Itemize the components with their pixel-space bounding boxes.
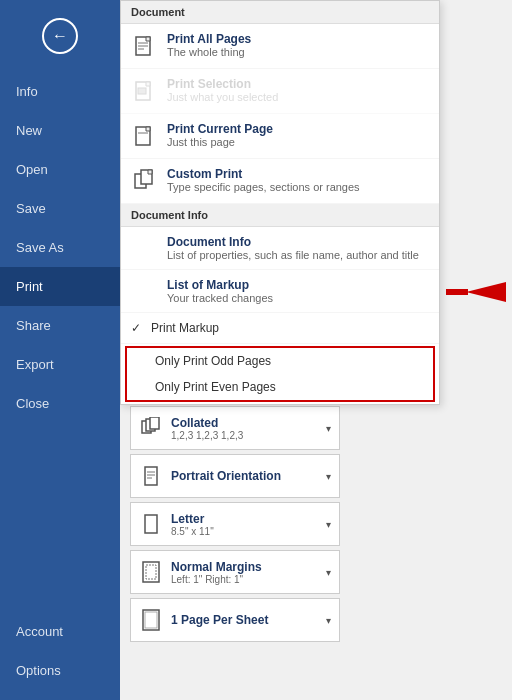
- svg-rect-27: [150, 417, 159, 429]
- print-markup-check: ✓: [131, 321, 147, 335]
- sidebar-item-new[interactable]: New: [0, 111, 120, 150]
- sidebar-item-account[interactable]: Account: [0, 612, 120, 651]
- document-info-text: Document Info List of properties, such a…: [131, 235, 429, 261]
- svg-rect-28: [145, 467, 157, 485]
- pages-per-sheet-icon: [139, 608, 163, 632]
- orientation-text: Portrait Orientation: [171, 469, 326, 483]
- sidebar-item-close[interactable]: Close: [0, 384, 120, 423]
- print-markup-item[interactable]: ✓ Print Markup: [121, 313, 439, 344]
- paper-size-icon: [139, 512, 163, 536]
- print-dropdown-panel: Document Print All Pages The whole thing: [120, 0, 440, 405]
- odd-pages-item[interactable]: Only Print Odd Pages: [127, 348, 433, 374]
- sidebar-item-export[interactable]: Export: [0, 345, 120, 384]
- svg-marker-13: [148, 170, 152, 174]
- pages-per-sheet-arrow[interactable]: ▾: [326, 615, 331, 626]
- print-all-pages-text: Print All Pages The whole thing: [167, 32, 429, 58]
- paper-size-text: Letter 8.5" x 11": [171, 512, 326, 537]
- back-button[interactable]: ←: [0, 0, 120, 72]
- svg-marker-9: [146, 127, 150, 131]
- sidebar-bottom: Account Options: [0, 612, 120, 700]
- pages-per-sheet-text: 1 Page Per Sheet: [171, 613, 326, 627]
- margins-arrow[interactable]: ▾: [326, 567, 331, 578]
- custom-print-icon: [131, 167, 159, 195]
- sidebar: ← Info New Open Save Save As Print Share…: [0, 0, 120, 700]
- collated-arrow[interactable]: ▾: [326, 423, 331, 434]
- custom-print-item[interactable]: Custom Print Type specific pages, sectio…: [121, 159, 439, 204]
- print-selection-icon: [131, 77, 159, 105]
- even-pages-item[interactable]: Only Print Even Pages: [127, 374, 433, 400]
- collated-text: Collated 1,2,3 1,2,3 1,2,3: [171, 416, 326, 441]
- svg-rect-15: [446, 289, 468, 295]
- margins-text: Normal Margins Left: 1" Right: 1": [171, 560, 326, 585]
- margins-icon: [139, 560, 163, 584]
- print-all-pages-icon: [131, 32, 159, 60]
- collated-row[interactable]: Collated 1,2,3 1,2,3 1,2,3 ▾: [130, 406, 340, 450]
- svg-marker-7: [146, 82, 150, 86]
- red-arrow-indicator: [446, 278, 506, 306]
- print-all-pages-item[interactable]: Print All Pages The whole thing: [121, 24, 439, 69]
- back-circle-icon[interactable]: ←: [42, 18, 78, 54]
- orientation-arrow[interactable]: ▾: [326, 471, 331, 482]
- list-of-markup-item[interactable]: List of Markup Your tracked changes: [121, 270, 439, 313]
- svg-rect-36: [145, 612, 157, 628]
- svg-rect-6: [138, 88, 146, 94]
- sidebar-item-info[interactable]: Info: [0, 72, 120, 111]
- document-section-header: Document: [121, 1, 439, 24]
- print-current-page-item[interactable]: Print Current Page Just this page: [121, 114, 439, 159]
- odd-even-pages-box: Only Print Odd Pages Only Print Even Pag…: [125, 346, 435, 402]
- paper-size-arrow[interactable]: ▾: [326, 519, 331, 530]
- print-markup-text: Print Markup: [151, 321, 429, 335]
- print-current-page-text: Print Current Page Just this page: [167, 122, 429, 148]
- sidebar-item-print[interactable]: Print: [0, 267, 120, 306]
- svg-marker-14: [466, 282, 506, 302]
- svg-marker-1: [146, 37, 150, 41]
- sidebar-item-options[interactable]: Options: [0, 651, 120, 690]
- svg-rect-32: [145, 515, 157, 533]
- margins-row[interactable]: Normal Margins Left: 1" Right: 1" ▾: [130, 550, 340, 594]
- custom-print-text: Custom Print Type specific pages, sectio…: [167, 167, 429, 193]
- list-of-markup-text: List of Markup Your tracked changes: [131, 278, 429, 304]
- sidebar-item-save-as[interactable]: Save As: [0, 228, 120, 267]
- document-info-section-header: Document Info: [121, 204, 439, 227]
- orientation-row[interactable]: Portrait Orientation ▾: [130, 454, 340, 498]
- paper-size-row[interactable]: Letter 8.5" x 11" ▾: [130, 502, 340, 546]
- sidebar-item-share[interactable]: Share: [0, 306, 120, 345]
- pages-per-sheet-row[interactable]: 1 Page Per Sheet ▾: [130, 598, 340, 642]
- print-selection-text: Print Selection Just what you selected: [167, 77, 429, 103]
- main-content: Document Print All Pages The whole thing: [120, 0, 512, 700]
- collated-icon: [139, 416, 163, 440]
- print-selection-item: Print Selection Just what you selected: [121, 69, 439, 114]
- document-info-item[interactable]: Document Info List of properties, such a…: [121, 227, 439, 270]
- sidebar-item-open[interactable]: Open: [0, 150, 120, 189]
- orientation-icon: [139, 464, 163, 488]
- sidebar-item-save[interactable]: Save: [0, 189, 120, 228]
- back-arrow-icon: ←: [52, 27, 68, 45]
- print-current-page-icon: [131, 122, 159, 150]
